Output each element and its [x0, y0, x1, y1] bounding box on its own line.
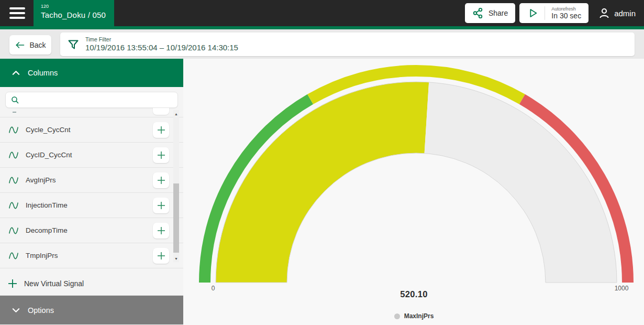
plus-icon [8, 279, 17, 288]
gauge-value: 520.10 [184, 289, 644, 299]
signal-label: DecompTime [26, 226, 68, 234]
filter-bar: Back Time Filter 10/19/2016 13:55:04 – 1… [0, 29, 644, 59]
user-icon [598, 7, 610, 19]
signal-label: InjectionTime [26, 201, 68, 209]
signal-wave-icon [7, 250, 20, 262]
options-section-header[interactable]: Options [0, 296, 183, 324]
add-signal-button[interactable] [153, 248, 169, 264]
options-header-label: Options [28, 306, 54, 315]
add-signal-button[interactable] [153, 198, 169, 213]
user-name: admin [614, 9, 636, 18]
back-arrow-icon [15, 41, 25, 49]
signal-wave-icon [7, 124, 20, 136]
search-icon [10, 95, 20, 105]
add-signal-button[interactable] [153, 223, 169, 239]
list-item-signal[interactable]: TmpInjPrs [0, 243, 183, 268]
list-item-signal[interactable]: AvgInjPrs [0, 168, 183, 193]
columns-sidebar: Columns Cycle_CycCnt [0, 59, 183, 325]
legend-label: MaxInjPrs [404, 312, 434, 320]
scrollbar-down-icon[interactable]: ▼ [173, 255, 179, 262]
add-signal-button[interactable] [153, 122, 169, 138]
search-input[interactable] [24, 92, 177, 107]
chevron-up-icon [12, 70, 20, 75]
add-signal-button[interactable] [153, 147, 169, 163]
signal-label: TmpInjPrs [26, 252, 58, 259]
signal-wave-icon [7, 200, 20, 211]
time-filter[interactable]: Time Filter 10/19/2016 13:55:04 – 10/19/… [60, 32, 635, 56]
signal-wave-icon [7, 225, 20, 236]
signal-label: Cycle_CycCnt [26, 126, 71, 134]
play-icon [527, 7, 538, 19]
autorefresh-button[interactable]: Autorefresh In 30 sec [519, 3, 589, 23]
time-filter-label: Time Filter [85, 36, 238, 43]
top-header: 120 Tacho_Doku / 050 Share [0, 0, 644, 26]
divider [545, 6, 545, 20]
header-actions: Share Autorefresh In 30 sec [465, 0, 644, 26]
gauge-chart [184, 59, 644, 325]
filter-funnel-icon [67, 38, 80, 51]
scrollbar-thumb[interactable] [173, 183, 179, 253]
list-item-signal[interactable]: DecompTime [0, 218, 183, 243]
list-item-signal[interactable]: InjectionTime [0, 193, 183, 218]
share-button[interactable]: Share [465, 3, 515, 23]
share-icon [472, 7, 484, 19]
autorefresh-countdown: In 30 sec [551, 12, 581, 20]
back-label: Back [29, 41, 46, 49]
columns-header-label: Columns [28, 69, 58, 77]
list-scrollbar[interactable]: ▲ ▼ [173, 110, 179, 262]
legend-item-maxinjprs[interactable]: MaxInjPrs [184, 312, 644, 320]
signal-label: AvgInjPrs [26, 176, 56, 184]
signal-search [5, 92, 178, 108]
list-item-signal[interactable]: Cycle_CycCnt [0, 117, 183, 143]
scrollbar-up-icon[interactable]: ▲ [173, 110, 179, 117]
columns-section-header[interactable]: Columns [0, 59, 183, 87]
signal-wave-icon [7, 149, 20, 161]
chevron-down-icon [12, 308, 20, 313]
gauge-panel: 0 1000 520.10 MaxInjPrs [184, 59, 644, 325]
menu-button[interactable] [9, 7, 25, 19]
new-virtual-signal-label: New Virtual Signal [24, 279, 84, 288]
share-label: Share [488, 9, 508, 17]
autorefresh-label: Autorefresh [551, 6, 576, 12]
new-virtual-signal-button[interactable]: New Virtual Signal [0, 272, 183, 296]
active-dashboard-tab[interactable]: 120 Tacho_Doku / 050 [34, 0, 114, 26]
signal-label: CycID_CycCnt [26, 151, 72, 159]
back-button[interactable]: Back [9, 35, 51, 55]
list-item-clipped [0, 108, 183, 117]
app-window: 120 Tacho_Doku / 050 Share [0, 0, 644, 325]
add-signal-button[interactable] [153, 172, 169, 188]
signal-wave-icon [7, 175, 20, 186]
user-menu[interactable]: admin [598, 7, 636, 19]
tab-badge: 120 [41, 4, 114, 9]
time-filter-value: 10/19/2016 13:55:04 – 10/19/2016 14:30:1… [85, 43, 238, 52]
list-item-signal[interactable]: CycID_CycCnt [0, 143, 183, 168]
legend-dot-icon [394, 313, 400, 319]
tab-title: Tacho_Doku / 050 [41, 10, 114, 19]
signal-list: Cycle_CycCnt CycID_CycCnt AvgInjPrs Inje… [0, 108, 183, 272]
